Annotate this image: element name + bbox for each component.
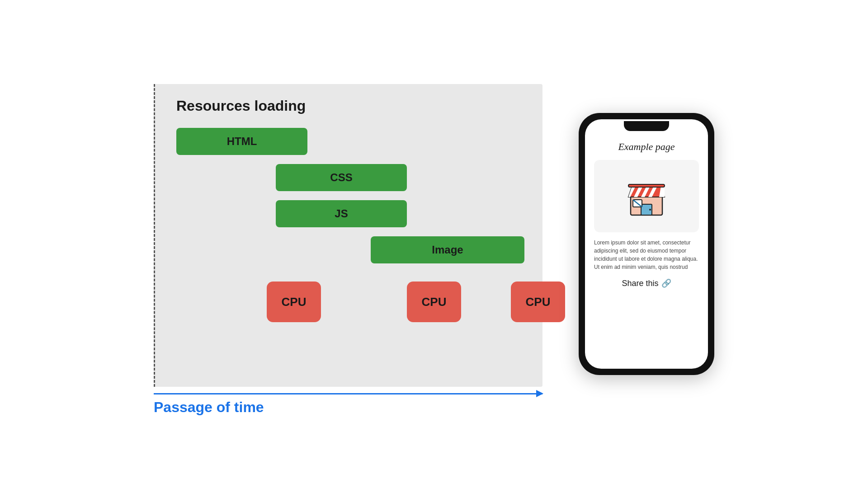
diagram-title: Resources loading: [176, 98, 529, 114]
phone-screen: Example page: [585, 119, 708, 369]
css-bar: CSS: [276, 164, 407, 191]
phone-title: Example page: [618, 141, 675, 153]
image-label: Image: [432, 244, 463, 256]
share-label: Share this: [622, 279, 658, 288]
phone-body-text: Lorem ipsum dolor sit amet, consectetur …: [594, 239, 699, 271]
phone-container: Example page: [579, 113, 714, 375]
html-label: HTML: [227, 135, 257, 148]
time-arrow: [154, 393, 542, 394]
resources-area: HTML CSS JS Image CPU CPU CPU: [176, 128, 538, 336]
svg-rect-11: [628, 184, 665, 187]
html-bar: HTML: [176, 128, 307, 155]
cpu-box-3: CPU: [511, 282, 565, 322]
share-row[interactable]: Share this 🔗: [622, 278, 671, 288]
time-axis: [154, 393, 542, 394]
time-label: Passage of time: [154, 399, 542, 416]
cpu-label-3: CPU: [526, 295, 551, 309]
css-label: CSS: [330, 171, 352, 184]
js-label: JS: [335, 207, 348, 220]
link-icon: 🔗: [661, 278, 671, 288]
phone-frame: Example page: [579, 113, 714, 375]
phone-image-card: [594, 160, 699, 232]
cpu-label-1: CPU: [282, 295, 307, 309]
diagram-box: Resources loading HTML CSS JS Image CPU: [154, 84, 542, 387]
cpu-box-1: CPU: [267, 282, 321, 322]
diagram-container: Resources loading HTML CSS JS Image CPU: [154, 72, 542, 416]
phone-notch: [624, 121, 669, 131]
dashed-left-border: [154, 84, 155, 387]
store-icon: [624, 174, 669, 219]
cpu-label-2: CPU: [422, 295, 447, 309]
svg-point-4: [649, 209, 651, 211]
image-bar: Image: [371, 236, 524, 263]
js-bar: JS: [276, 200, 407, 227]
cpu-box-2: CPU: [407, 282, 461, 322]
